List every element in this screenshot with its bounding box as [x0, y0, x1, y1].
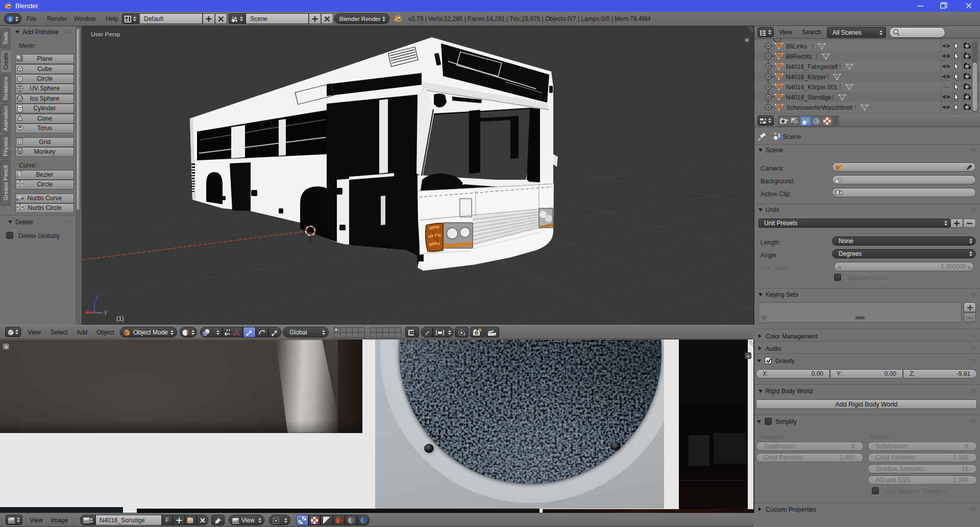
svg-text:User Persp: User Persp	[91, 31, 120, 37]
svg-text:ScheinwerferWaschbrett: ScheinwerferWaschbrett	[786, 104, 853, 111]
svg-text:N4016_Fahrgestell: N4016_Fahrgestell	[786, 63, 838, 70]
svg-text:z: z	[95, 294, 99, 301]
svg-text:BliRechts: BliRechts	[786, 53, 812, 60]
svg-text:(1): (1)	[116, 315, 124, 322]
svg-text:N4016_Körper: N4016_Körper	[786, 74, 826, 81]
svg-text:N4016_Körper.001: N4016_Körper.001	[786, 84, 838, 91]
svg-text:N4016_Sonstige: N4016_Sonstige	[786, 94, 831, 101]
svg-text:i: i	[9, 16, 11, 22]
svg-text:BliLinks: BliLinks	[786, 43, 807, 50]
svg-text:y: y	[104, 308, 107, 316]
svg-text:x: x	[86, 308, 89, 315]
